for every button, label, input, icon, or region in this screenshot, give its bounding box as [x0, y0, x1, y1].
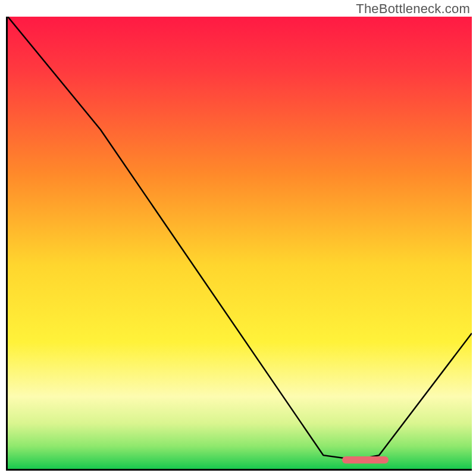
- chart-frame: [6, 17, 472, 471]
- optimal-range-marker: [342, 456, 389, 464]
- chart-curve-svg: [8, 17, 472, 469]
- watermark-text: TheBottleneck.com: [356, 1, 470, 17]
